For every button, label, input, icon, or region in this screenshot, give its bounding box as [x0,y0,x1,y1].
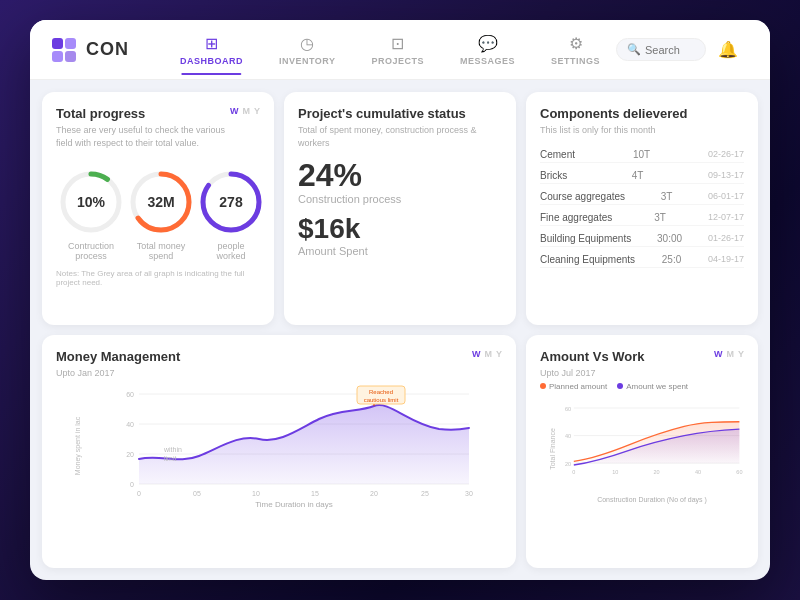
component-qty-1: 4T [632,170,644,181]
avw-wmy-m[interactable]: M [726,349,734,359]
svg-text:60: 60 [565,405,571,411]
svg-text:40: 40 [695,469,701,475]
nav-item-dashboard[interactable]: ⊞ DASHBOARD [162,26,261,74]
search-input[interactable] [645,44,695,56]
list-item: Bricks 4T 09-13-17 [540,168,744,184]
list-item: Cement 10T 02-26-17 [540,147,744,163]
svg-rect-3 [65,51,76,62]
svg-text:10: 10 [252,490,260,497]
legend-label-planned: Planned amount [549,382,607,391]
stat-amount: $16k Amount Spent [298,215,502,257]
svg-text:within: within [163,446,182,453]
avw-wmy-w[interactable]: W [714,349,723,359]
avw-chart-container: Total Finance [540,395,744,503]
svg-text:25: 25 [421,490,429,497]
avw-xlabel: Construction Duration (No of days ) [560,496,744,503]
money-mgmt-title: Money Management [56,349,180,364]
search-icon: 🔍 [627,43,641,56]
money-mgmt-subtitle: Upto Jan 2017 [56,367,180,380]
component-qty-2: 3T [661,191,673,202]
search-bar[interactable]: 🔍 [616,38,706,61]
svg-text:cautious limit: cautious limit [364,397,399,403]
components-card: Components delievered This list is only … [526,92,758,325]
legend-label-spent: Amount we spent [626,382,688,391]
nav-item-messages[interactable]: 💬 MESSAGES [442,26,533,74]
svg-text:60: 60 [126,391,134,398]
content-area: Total progress These are very useful to … [30,80,770,580]
component-date-4: 01-26-17 [708,233,744,243]
component-date-2: 06-01-17 [708,191,744,201]
component-date-0: 02-26-17 [708,149,744,159]
legend-dot-spent [617,383,623,389]
component-name-3: Fine aggregates [540,212,612,223]
wmy-buttons: W M Y [230,106,260,116]
component-name-4: Building Equipments [540,233,631,244]
money-ylabel: Money spent in lac [74,417,81,475]
money-xlabel: Time Duration in days [86,500,502,509]
list-item: Building Equipments 30:00 01-26-17 [540,231,744,247]
gauge-circle-3: 278 [196,167,266,237]
logo-icon [50,36,78,64]
component-name-5: Cleaning Equipments [540,254,635,265]
nav-label-inventory: INVENTORY [279,56,336,66]
money-wmy-w[interactable]: W [472,349,481,359]
stat2-label: Amount Spent [298,245,502,257]
total-progress-title: Total progress [56,106,230,121]
svg-rect-1 [65,38,76,49]
avw-ylabel: Total Finance [549,428,556,470]
legend-spent: Amount we spent [617,382,688,391]
gauge-circle-1: 10% [56,167,126,237]
gauge-people: 278 peopleworked [196,167,266,261]
component-qty-5: 25:0 [662,254,681,265]
svg-text:0: 0 [137,490,141,497]
component-name-0: Cement [540,149,575,160]
svg-text:20: 20 [126,451,134,458]
header: CON ⊞ DASHBOARD ◷ INVENTORY ⊡ PROJECTS 💬… [30,20,770,80]
svg-text:40: 40 [126,421,134,428]
money-wmy-m[interactable]: M [484,349,492,359]
avw-wmy-y[interactable]: Y [738,349,744,359]
stat1-value: 24% [298,159,502,191]
main-container: CON ⊞ DASHBOARD ◷ INVENTORY ⊡ PROJECTS 💬… [30,20,770,580]
nav-item-projects[interactable]: ⊡ PROJECTS [353,26,442,74]
nav-label-settings: SETTINGS [551,56,600,66]
bell-icon[interactable]: 🔔 [718,40,738,59]
amount-vs-work-card: Amount Vs Work Upto Jul 2017 W M Y Plann… [526,335,758,568]
nav-item-settings[interactable]: ⚙ SETTINGS [533,26,618,74]
stat-construction: 24% Construction process [298,159,502,205]
svg-text:60: 60 [736,469,742,475]
svg-text:0: 0 [130,481,134,488]
legend-planned: Planned amount [540,382,607,391]
nav-item-inventory[interactable]: ◷ INVENTORY [261,26,354,74]
component-name-2: Course aggregates [540,191,625,202]
gauge-circle-2: 32M [126,167,196,237]
legend-dot-planned [540,383,546,389]
gauge-value-2: 32M [147,194,174,210]
component-date-3: 12-07-17 [708,212,744,222]
gauge-label-2: Total moneyspend [137,241,186,261]
progress-note: Notes: The Grey area of all graph is ind… [56,269,260,287]
svg-text:20: 20 [370,490,378,497]
components-subtitle: This list is only for this month [540,124,744,137]
gauges-container: 10% Contructionprocess 32M Total moneysp… [56,167,260,261]
svg-text:Reached: Reached [369,389,393,395]
wmy-m[interactable]: M [242,106,250,116]
project-status-subtitle: Total of spent money, construction proce… [298,124,502,149]
gauge-label-1: Contructionprocess [68,241,114,261]
svg-text:30: 30 [465,490,473,497]
amount-vs-work-title: Amount Vs Work [540,349,645,364]
money-mgmt-card: Money Management Upto Jan 2017 W M Y Mon… [42,335,516,568]
wmy-y[interactable]: Y [254,106,260,116]
money-chart-container: Money spent in lac 60 40 20 0 [56,384,502,509]
svg-text:0: 0 [572,469,575,475]
wmy-w[interactable]: W [230,106,239,116]
gauge-construction: 10% Contructionprocess [56,167,126,261]
svg-text:20: 20 [654,469,660,475]
svg-text:20: 20 [565,461,571,467]
money-wmy-y[interactable]: Y [496,349,502,359]
gauge-value-1: 10% [77,194,105,210]
gauge-label-3: peopleworked [216,241,245,261]
nav-label-dashboard: DASHBOARD [180,56,243,66]
header-right: 🔍 🔔 [630,35,750,65]
svg-rect-2 [52,51,63,62]
